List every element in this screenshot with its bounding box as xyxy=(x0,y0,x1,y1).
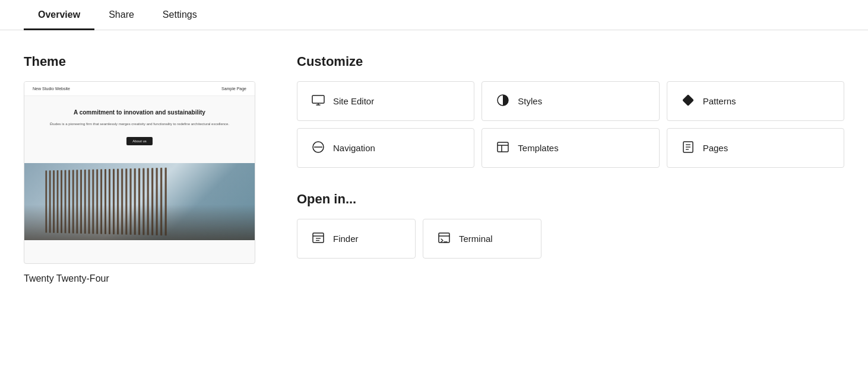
list-icon xyxy=(682,141,695,155)
theme-section: Theme New Studio Website Sample Page A c… xyxy=(24,54,261,284)
preview-site-name: New Studio Website xyxy=(33,87,70,91)
theme-section-title: Theme xyxy=(24,54,261,69)
preview-subtext: Études is a pioneering firm that seamles… xyxy=(42,122,237,127)
open-in-title: Open in... xyxy=(297,192,844,207)
finder-card[interactable]: Finder xyxy=(297,219,416,259)
svg-rect-0 xyxy=(312,95,324,103)
preview-body: A commitment to innovation and sustainab… xyxy=(24,96,255,157)
terminal-card[interactable]: Terminal xyxy=(423,219,541,259)
navigation-label: Navigation xyxy=(333,143,375,153)
svg-rect-18 xyxy=(439,233,449,243)
patterns-card[interactable]: Patterns xyxy=(667,81,844,121)
tabs-bar: Overview Share Settings xyxy=(0,0,868,30)
half-circle-icon xyxy=(496,94,509,109)
tab-share[interactable]: Share xyxy=(94,0,148,30)
styles-card[interactable]: Styles xyxy=(481,81,659,121)
site-editor-card[interactable]: Site Editor xyxy=(297,81,474,121)
templates-card[interactable]: Templates xyxy=(481,128,659,168)
open-in-section: Open in... Finder xyxy=(297,192,844,259)
preview-heading: A commitment to innovation and sustainab… xyxy=(42,108,237,117)
finder-label: Finder xyxy=(333,234,359,244)
terminal-icon xyxy=(438,231,451,246)
table-icon xyxy=(496,141,509,155)
site-editor-label: Site Editor xyxy=(333,96,374,106)
customize-grid: Site Editor Styles Pa xyxy=(297,81,844,168)
customize-section-title: Customize xyxy=(297,54,844,69)
customize-section: Customize Site Editor xyxy=(297,54,844,284)
main-content: Theme New Studio Website Sample Page A c… xyxy=(0,30,868,308)
patterns-label: Patterns xyxy=(703,96,736,106)
preview-image-overlay xyxy=(24,205,255,240)
terminal-label: Terminal xyxy=(459,234,493,244)
theme-name: Twenty Twenty-Four xyxy=(24,273,261,284)
tab-overview[interactable]: Overview xyxy=(24,0,94,30)
open-in-grid: Finder Terminal xyxy=(297,219,844,259)
diamond-icon xyxy=(682,94,695,109)
pages-card[interactable]: Pages xyxy=(667,128,844,168)
circle-slash-icon xyxy=(312,141,325,155)
svg-rect-4 xyxy=(682,94,694,106)
navigation-card[interactable]: Navigation xyxy=(297,128,474,168)
preview-about-button: About us xyxy=(126,137,153,145)
templates-label: Templates xyxy=(518,143,558,153)
preview-sample-page: Sample Page xyxy=(221,87,246,91)
finder-icon xyxy=(312,231,325,246)
preview-image xyxy=(24,163,255,240)
svg-rect-7 xyxy=(498,142,508,152)
svg-rect-14 xyxy=(313,233,324,243)
styles-label: Styles xyxy=(518,96,542,106)
tab-settings[interactable]: Settings xyxy=(148,0,211,30)
preview-topbar: New Studio Website Sample Page xyxy=(24,82,255,96)
monitor-icon xyxy=(312,94,325,109)
pages-label: Pages xyxy=(703,143,728,153)
theme-preview: New Studio Website Sample Page A commitm… xyxy=(24,81,255,264)
